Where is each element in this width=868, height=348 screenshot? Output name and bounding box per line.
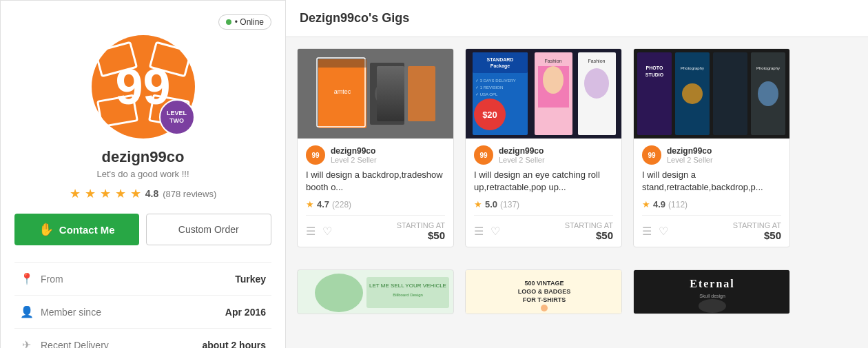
star-2: ★ — [85, 186, 96, 201]
svg-point-36 — [315, 274, 363, 312]
online-dot — [226, 19, 231, 25]
gig-card-4[interactable]: LET ME SELL YOUR VEHICLE Billboard Desig… — [297, 269, 454, 314]
gig-thumb-svg-6: Eternal Skull design — [634, 270, 789, 314]
list-icon-1[interactable]: ☰ — [306, 225, 316, 238]
location-icon: 📍 — [20, 272, 32, 285]
username: dezign99co — [102, 148, 185, 166]
gig-rating-2: ★ 5.0 (137) — [474, 199, 613, 209]
seller-name-1: dezign99co — [331, 146, 377, 156]
gig-score-1: 4.7 — [317, 199, 329, 209]
online-label: • Online — [235, 17, 264, 27]
gig-rating-1: ★ 4.7 (228) — [306, 199, 445, 209]
svg-text:500 VINTAGE: 500 VINTAGE — [525, 280, 564, 287]
list-icon-2[interactable]: ☰ — [474, 225, 484, 238]
level-line2: TWO — [169, 117, 184, 125]
seller-avatar-1: 99 — [306, 145, 325, 165]
avatar-number: 99 — [115, 62, 170, 112]
gig-thumbnail-1: amtec — [298, 49, 453, 139]
seller-row-2: 99 dezign99co Level 2 Seller — [474, 145, 613, 165]
gig-title-1: I will design a backdrop,tradeshow booth… — [306, 169, 445, 194]
svg-text:STUDIO: STUDIO — [645, 72, 664, 77]
svg-text:✓ 3 DAYS DELIVERY: ✓ 3 DAYS DELIVERY — [475, 79, 516, 83]
contact-me-button[interactable]: ✋ Contact Me — [14, 214, 139, 245]
svg-text:Billboard Design: Billboard Design — [393, 293, 423, 297]
gig-body-3: 99 dezign99co Level 2 Seller I will desi… — [634, 139, 789, 247]
info-from: 📍 From Turkey — [14, 263, 271, 296]
gig-card-5[interactable]: 500 VINTAGE LOGO & BADGES FOR T-SHIRTS — [465, 269, 622, 314]
gig-thumb-svg-3: PHOTO STUDIO Photography Photography — [634, 49, 789, 139]
gig-body-1: 99 dezign99co Level 2 Seller I will desi… — [298, 139, 453, 247]
svg-rect-7 — [318, 59, 366, 68]
svg-point-23 — [584, 68, 609, 99]
list-icon-3[interactable]: ☰ — [642, 225, 652, 238]
svg-point-30 — [682, 83, 703, 104]
heart-icon-3[interactable]: ♡ — [659, 225, 668, 238]
rating-row: ★ ★ ★ ★ ★ 4.8 (878 reviews) — [70, 186, 217, 201]
online-badge: • Online — [218, 14, 271, 30]
seller-avatar-2: 99 — [474, 145, 493, 165]
gig-reviews-3: (112) — [668, 200, 688, 209]
seller-level-1: Level 2 Seller — [331, 156, 377, 164]
svg-point-44 — [541, 305, 548, 311]
info-member-label: Member since — [41, 307, 101, 318]
svg-text:STANDARD: STANDARD — [487, 57, 514, 62]
gig-body-2: 99 dezign99co Level 2 Seller I will desi… — [466, 139, 621, 247]
svg-rect-31 — [713, 52, 747, 135]
gig-thumbnail-5: 500 VINTAGE LOGO & BADGES FOR T-SHIRTS — [466, 270, 621, 314]
gig-card-3[interactable]: PHOTO STUDIO Photography Photography 99 … — [633, 48, 790, 247]
svg-point-20 — [543, 66, 564, 94]
contact-me-label: Contact Me — [59, 224, 115, 236]
gig-score-2: 5.0 — [485, 199, 497, 209]
gig-card-6[interactable]: Eternal Skull design — [633, 269, 790, 314]
gig-title-3: I will design a stand,retractable,backdr… — [642, 169, 781, 194]
heart-icon-1[interactable]: ♡ — [322, 225, 332, 238]
gig-card-1[interactable]: amtec 99 dezign99co Level 2 Seller I wil… — [297, 48, 454, 247]
gig-price-1: $50 — [397, 229, 445, 241]
gig-rating-3: ★ 4.9 (112) — [642, 199, 781, 209]
svg-text:PHOTO: PHOTO — [646, 65, 663, 70]
svg-text:LET ME SELL YOUR VEHICLE: LET ME SELL YOUR VEHICLE — [369, 283, 446, 289]
svg-rect-6 — [379, 85, 395, 102]
info-delivery-left: ✈ Recent Delivery — [20, 338, 109, 348]
svg-point-34 — [758, 81, 778, 106]
seller-level-3: Level 2 Seller — [667, 156, 713, 164]
info-delivery-value: about 2 hours — [202, 340, 266, 349]
custom-order-label: Custom Order — [178, 224, 239, 235]
svg-text:Fashion: Fashion — [588, 59, 606, 63]
info-member-since: 👤 Member since Apr 2016 — [14, 296, 271, 329]
gig-star-1: ★ — [306, 199, 314, 209]
profile-panel: • Online 99 LEVEL TWO dezign99co Let's d… — [0, 0, 286, 348]
gig-price-block-3: STARTING AT $50 — [733, 221, 781, 241]
gig-card-2[interactable]: STANDARD Package ✓ 3 DAYS DELIVERY ✓ 1 R… — [465, 48, 622, 247]
info-delivery-label: Recent Delivery — [41, 340, 109, 349]
svg-rect-11 — [473, 52, 528, 73]
custom-order-button[interactable]: Custom Order — [146, 214, 272, 245]
info-from-label: From — [41, 274, 63, 285]
price-badge-2: $20 — [474, 99, 506, 130]
seller-level-2: Level 2 Seller — [499, 156, 545, 164]
gigs-grid-bottom: LET ME SELL YOUR VEHICLE Billboard Desig… — [286, 269, 868, 314]
gig-price-block-1: STARTING AT $50 — [397, 221, 445, 241]
gig-thumb-svg-5: 500 VINTAGE LOGO & BADGES FOR T-SHIRTS — [466, 270, 621, 314]
gig-footer-1: ☰ ♡ STARTING AT $50 — [306, 215, 445, 241]
svg-text:Package: Package — [490, 63, 510, 69]
info-from-left: 📍 From — [20, 272, 63, 285]
rating-reviews: (878 reviews) — [163, 189, 216, 199]
svg-text:FOR T-SHIRTS: FOR T-SHIRTS — [523, 296, 566, 303]
svg-text:Photography: Photography — [681, 66, 704, 70]
starting-at-label-2: STARTING AT — [565, 221, 613, 229]
svg-text:Fashion: Fashion — [545, 59, 562, 63]
user-icon: 👤 — [20, 305, 32, 318]
svg-text:amtec: amtec — [334, 88, 351, 95]
gig-footer-icons-1: ☰ ♡ — [306, 225, 332, 238]
heart-icon-2[interactable]: ♡ — [490, 225, 500, 238]
info-recent-delivery: ✈ Recent Delivery about 2 hours — [14, 329, 271, 348]
gigs-header: Dezign99co's Gigs — [286, 0, 868, 37]
gig-price-block-2: STARTING AT $50 — [565, 221, 613, 241]
star-3: ★ — [100, 186, 111, 201]
avatar-container: 99 LEVEL TWO — [92, 35, 195, 139]
star-5: ★ — [130, 186, 141, 201]
gig-star-2: ★ — [474, 199, 482, 209]
seller-row-3: 99 dezign99co Level 2 Seller — [642, 145, 781, 165]
gig-footer-2: ☰ ♡ STARTING AT $50 — [474, 215, 613, 241]
